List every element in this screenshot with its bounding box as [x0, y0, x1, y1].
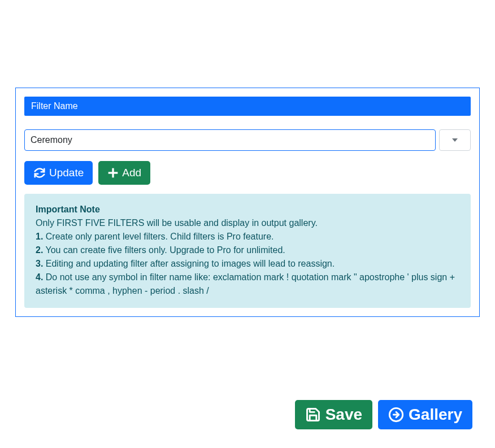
save-icon: [305, 407, 321, 423]
arrow-right-circle-icon: [388, 407, 404, 423]
caret-down-icon: [452, 138, 458, 142]
important-note: Important Note Only FIRST FIVE FILTERS w…: [24, 194, 471, 308]
save-button[interactable]: Save: [295, 400, 372, 429]
note-item-4: 4. Do not use any symbol in filter name …: [36, 271, 459, 298]
panel-title: Filter Name: [31, 101, 78, 111]
note-item-1: 1. Create only parent level filters. Chi…: [36, 230, 459, 243]
plus-icon: [107, 167, 119, 179]
note-item-2: 2. You can create five filters only. Upg…: [36, 243, 459, 257]
refresh-icon: [33, 167, 46, 179]
button-row: Update Add: [24, 161, 471, 185]
update-button-label: Update: [49, 167, 84, 179]
gallery-button[interactable]: Gallery: [378, 400, 472, 429]
panel-header: Filter Name: [24, 97, 471, 116]
filter-name-input[interactable]: [24, 129, 436, 151]
update-button[interactable]: Update: [24, 161, 93, 185]
svg-rect-1: [108, 172, 118, 173]
add-button-label: Add: [122, 167, 141, 179]
gallery-button-label: Gallery: [409, 406, 462, 424]
input-row: [24, 129, 471, 151]
dropdown-toggle[interactable]: [439, 129, 471, 151]
filter-panel: Filter Name Update: [15, 88, 480, 317]
note-item-3: 3. Editing and updating filter after ass…: [36, 257, 459, 271]
add-button[interactable]: Add: [98, 161, 150, 185]
footer-buttons: Save Gallery: [295, 400, 472, 429]
note-title: Important Note: [36, 205, 100, 214]
save-button-label: Save: [325, 406, 362, 424]
note-intro: Only FIRST FIVE FILTERS will be usable a…: [36, 216, 459, 230]
